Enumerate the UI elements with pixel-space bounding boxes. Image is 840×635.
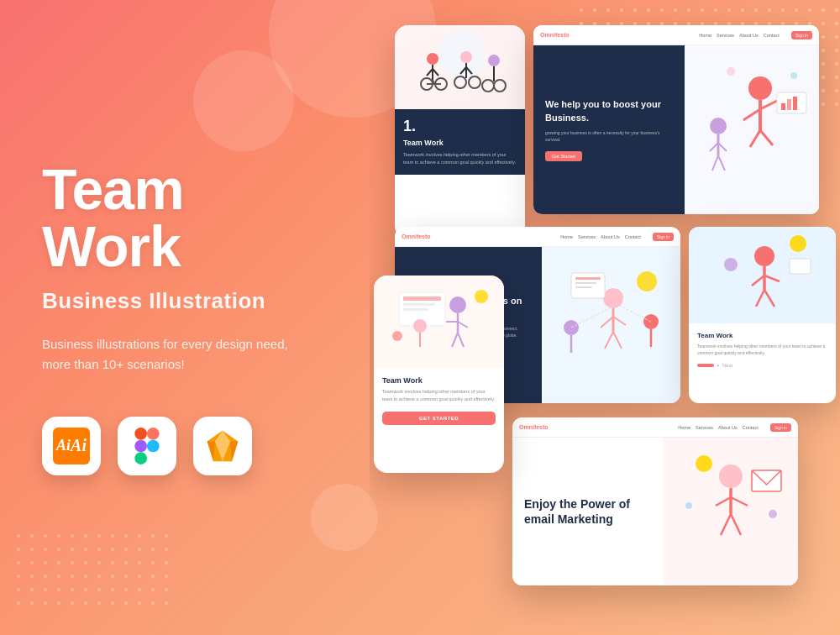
svg-point-26 bbox=[488, 55, 500, 66]
svg-line-52 bbox=[605, 332, 613, 349]
svg-line-53 bbox=[613, 332, 622, 349]
svg-line-82 bbox=[452, 333, 458, 347]
svg-line-67 bbox=[752, 276, 764, 286]
svg-line-91 bbox=[731, 497, 748, 506]
svg-point-30 bbox=[748, 76, 772, 100]
desktop-nav-bottom: Omnifesto Home Services About Us Contact… bbox=[512, 417, 798, 438]
svg-rect-56 bbox=[575, 282, 596, 284]
svg-rect-1 bbox=[147, 428, 160, 440]
svg-rect-55 bbox=[575, 277, 601, 280]
nav-sign-in-mid[interactable]: Sign in bbox=[653, 233, 674, 241]
desktop-mockup-top: Omnifesto Home Services About Us Contact… bbox=[533, 25, 819, 214]
tool-icons: Ai bbox=[42, 417, 328, 475]
svg-rect-39 bbox=[793, 97, 797, 110]
main-container: // Will be generated by JS Team Work Bus… bbox=[0, 0, 840, 635]
svg-line-68 bbox=[764, 276, 780, 281]
team-work-desc-right: Teamwork involves helping other members … bbox=[697, 343, 827, 356]
figma-icon bbox=[132, 428, 162, 464]
svg-line-92 bbox=[721, 514, 731, 535]
svg-rect-54 bbox=[571, 273, 605, 298]
desktop-mockup-bottom: Omnifesto Home Services About Us Contact… bbox=[512, 417, 798, 585]
svg-line-69 bbox=[756, 290, 764, 307]
nav-sign-in-bottom[interactable]: Sign in bbox=[770, 423, 791, 432]
svg-line-83 bbox=[458, 333, 464, 347]
svg-line-50 bbox=[601, 317, 613, 328]
left-panel: Team Work Business Illustration Business… bbox=[0, 0, 370, 635]
mobile-card-title: Team Work bbox=[403, 139, 517, 147]
mobile-bottom-title: Team Work bbox=[382, 376, 496, 385]
svg-point-71 bbox=[724, 258, 738, 271]
nav-brand-mid: Omnifesto bbox=[402, 234, 431, 239]
svg-rect-94 bbox=[752, 470, 781, 491]
svg-point-46 bbox=[727, 67, 735, 76]
figma-icon-wrapper bbox=[118, 417, 176, 475]
svg-rect-72 bbox=[790, 259, 811, 274]
svg-point-20 bbox=[460, 51, 472, 63]
svg-rect-37 bbox=[781, 103, 785, 110]
svg-line-35 bbox=[760, 130, 773, 145]
svg-line-15 bbox=[433, 69, 438, 76]
svg-point-88 bbox=[719, 464, 743, 488]
svg-point-40 bbox=[710, 118, 727, 134]
svg-point-84 bbox=[413, 319, 427, 333]
svg-line-45 bbox=[718, 155, 725, 171]
svg-point-29 bbox=[494, 80, 506, 92]
hero-desc: growing your business is often a necessi… bbox=[545, 129, 673, 143]
hero-title: We help you to boost your Business. bbox=[545, 98, 673, 124]
svg-line-93 bbox=[731, 514, 741, 535]
svg-rect-0 bbox=[134, 428, 147, 440]
right-panel: 1. Team Work Teamwork involves helping o… bbox=[370, 0, 840, 635]
svg-point-86 bbox=[475, 290, 488, 303]
sketch-icon bbox=[204, 428, 241, 464]
description: Business illustrations for every design … bbox=[42, 334, 294, 375]
svg-point-95 bbox=[696, 455, 712, 472]
svg-point-58 bbox=[637, 271, 657, 291]
mobile-bottom-desc: Teamwork involves helping other members … bbox=[382, 388, 496, 403]
svg-rect-2 bbox=[134, 439, 147, 452]
svg-line-81 bbox=[458, 322, 468, 328]
svg-point-25 bbox=[469, 76, 480, 88]
svg-rect-36 bbox=[777, 92, 806, 113]
svg-line-70 bbox=[764, 290, 774, 307]
main-title: Team Work bbox=[42, 160, 328, 275]
svg-line-64 bbox=[613, 302, 651, 322]
illustrator-icon: Ai bbox=[53, 428, 90, 464]
svg-point-96 bbox=[769, 510, 777, 518]
mobile-bottom-btn[interactable]: GET STARTED bbox=[382, 412, 496, 425]
svg-rect-3 bbox=[134, 452, 147, 464]
team-work-title-right: Team Work bbox=[697, 332, 827, 339]
email-title: Enjoy the Power of email Marketing bbox=[524, 496, 652, 527]
desktop-nav-mid: Omnifesto Home Services About Us Contact… bbox=[395, 227, 680, 247]
svg-point-87 bbox=[392, 331, 402, 341]
desktop-nav: Omnifesto Home Services About Us Contact… bbox=[533, 25, 819, 45]
nav-links-mid: Home Services About Us Contact bbox=[560, 234, 640, 239]
svg-line-51 bbox=[613, 317, 626, 325]
sub-title: Business Illustration bbox=[42, 288, 328, 314]
nav-sign-in[interactable]: Sign in bbox=[791, 31, 812, 39]
nav-links: Home Services About Us Contact bbox=[699, 33, 779, 38]
mobile-number: 1. bbox=[403, 118, 517, 135]
svg-rect-38 bbox=[787, 99, 791, 110]
sketch-icon-wrapper bbox=[193, 417, 252, 475]
svg-line-32 bbox=[743, 109, 760, 120]
svg-point-24 bbox=[454, 76, 466, 88]
svg-rect-75 bbox=[403, 297, 441, 301]
svg-rect-76 bbox=[403, 303, 435, 306]
nav-brand: Omnifesto bbox=[540, 32, 570, 38]
svg-point-48 bbox=[603, 288, 623, 308]
svg-point-97 bbox=[685, 502, 692, 509]
svg-point-4 bbox=[147, 439, 160, 452]
svg-rect-57 bbox=[575, 286, 592, 288]
illustrator-icon-wrapper: Ai bbox=[42, 417, 101, 475]
svg-point-12 bbox=[427, 53, 438, 65]
svg-point-73 bbox=[790, 235, 806, 252]
mobile-mockup-bottom: Team Work Teamwork involves helping othe… bbox=[374, 276, 504, 473]
svg-rect-77 bbox=[403, 308, 428, 311]
svg-line-33 bbox=[760, 101, 777, 109]
svg-line-44 bbox=[712, 155, 718, 171]
nav-links-bottom: Home Services About Us Contact bbox=[678, 425, 758, 430]
mobile-mockup-top: 1. Team Work Teamwork involves helping o… bbox=[395, 25, 525, 239]
hero-cta-btn[interactable]: Get Started bbox=[545, 151, 582, 161]
mobile-card-desc: Teamwork involves helping other members … bbox=[403, 151, 517, 166]
svg-point-28 bbox=[482, 80, 494, 92]
